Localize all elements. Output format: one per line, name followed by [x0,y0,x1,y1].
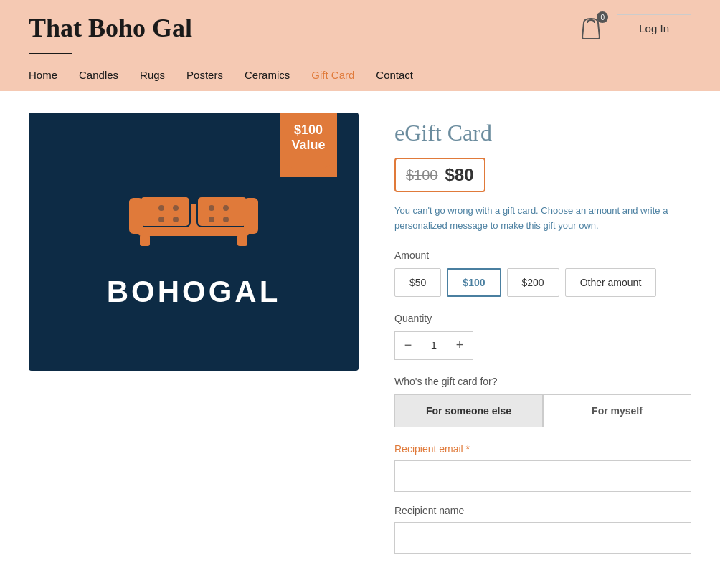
product-description: You can't go wrong with a gift card. Cho… [394,204,691,234]
svg-rect-3 [129,198,143,234]
nav-item-contact[interactable]: Contact [376,69,413,81]
quantity-label: Quantity [394,313,691,324]
site-title: That Boho Gal [29,13,192,43]
nav-item-home[interactable]: Home [29,69,57,81]
svg-point-13 [209,217,214,222]
nav-item-ceramics[interactable]: Ceramics [245,69,290,81]
header-divider [29,53,72,54]
svg-point-8 [173,205,179,211]
svg-point-7 [158,205,164,211]
cart-button[interactable]: 0 [579,16,602,40]
amount-buttons: $50 $100 $200 Other amount [394,268,691,297]
svg-point-14 [223,217,229,222]
product-image: $100 Value [29,113,359,371]
quantity-value: 1 [421,339,447,351]
brand-text: BOHOGAL [107,275,281,309]
nav-item-rugs[interactable]: Rugs [140,69,165,81]
main-content: $100 Value [0,91,720,588]
svg-point-11 [209,205,214,211]
recipient-buttons: For someone else For myself [394,394,691,427]
quantity-decrease[interactable]: − [395,332,421,359]
login-button[interactable]: Log In [617,14,691,42]
cart-count: 0 [597,11,608,23]
original-price: $100 [406,167,438,184]
header: That Boho Gal 0 Log In Home Candles Rugs… [0,0,720,91]
product-details: eGift Card $100 $80 You can't go wrong w… [394,113,691,566]
quantity-increase[interactable]: + [447,332,473,359]
svg-rect-2 [197,196,247,227]
amount-50[interactable]: $50 [394,268,441,297]
nav-item-posters[interactable]: Posters [186,69,223,81]
header-top: That Boho Gal 0 Log In [29,13,691,50]
amount-other[interactable]: Other amount [565,268,657,297]
header-right: 0 Log In [579,14,691,42]
svg-point-10 [173,217,179,222]
svg-point-9 [158,217,164,222]
sofa-icon [122,175,265,260]
recipient-someone-else[interactable]: For someone else [394,394,543,427]
recipient-email-input[interactable] [394,460,691,492]
svg-rect-6 [237,234,247,246]
amount-200[interactable]: $200 [507,268,559,297]
svg-rect-1 [140,196,190,227]
sale-price: $80 [445,165,474,185]
navigation: Home Candles Rugs Posters Ceramics Gift … [29,62,691,91]
recipient-myself[interactable]: For myself [543,394,691,427]
recipient-question: Who's the gift card for? [394,376,691,387]
recipient-name-input[interactable] [394,522,691,554]
svg-rect-5 [140,234,150,246]
nav-item-giftcard[interactable]: Gift Card [311,69,354,81]
amount-100[interactable]: $100 [447,268,501,297]
recipient-name-label: Recipient name [394,505,691,516]
amount-label: Amount [394,250,691,261]
price-container: $100 $80 [394,158,485,192]
svg-point-12 [223,205,229,211]
svg-rect-4 [244,198,258,234]
quantity-control: − 1 + [394,331,473,360]
value-badge: $100 Value [280,113,337,177]
nav-item-candles[interactable]: Candles [79,69,118,81]
recipient-email-label: Recipient email * [394,443,691,455]
product-title: eGift Card [394,120,691,146]
